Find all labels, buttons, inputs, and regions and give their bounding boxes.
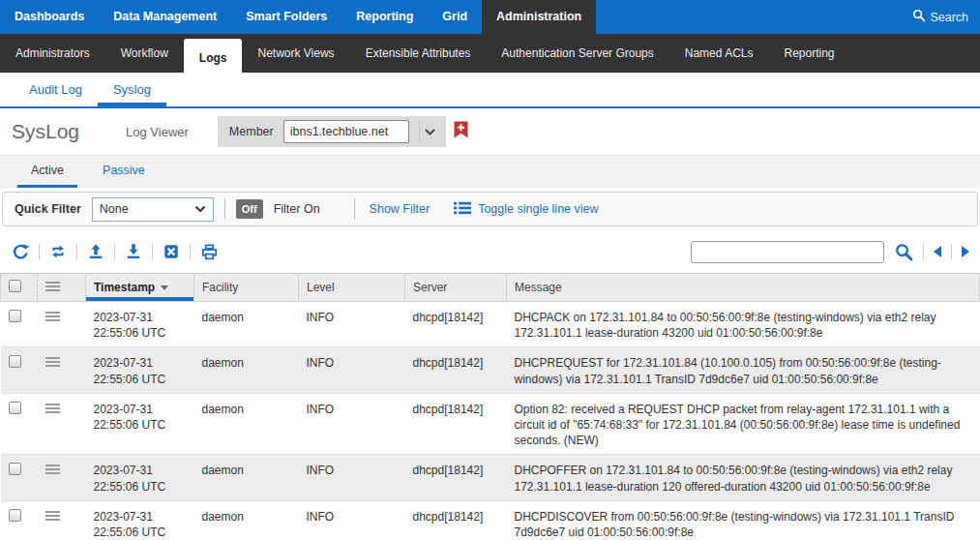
member-selector-group: Member ibns1.techblue.net [218, 116, 446, 147]
row-menu-icon[interactable] [45, 312, 60, 314]
previous-page-icon[interactable] [934, 246, 941, 257]
separator [354, 198, 355, 220]
table-row[interactable]: 2023-07-31 22:55:06 UTC daemon INFO dhcp… [1, 347, 980, 393]
table-row[interactable]: 2023-07-31 22:55:06 UTC daemon INFO dhcp… [1, 500, 980, 540]
header-menu-icon[interactable] [45, 282, 60, 284]
search-icon [912, 9, 926, 25]
cell-message: DHCPOFFER on 172.31.101.84 to 00:50:56:0… [507, 455, 980, 500]
row-menu-icon[interactable] [45, 511, 60, 513]
row-checkbox[interactable] [9, 463, 21, 475]
subnav-logs[interactable]: Logs [184, 39, 243, 82]
subnav-reporting[interactable]: Reporting [768, 34, 849, 73]
table-row[interactable]: 2023-07-31 22:55:06 UTC daemon INFO dhcp… [1, 455, 980, 500]
cell-level: INFO [299, 393, 405, 455]
cell-message: Option 82: received a REQUEST DHCP packe… [507, 393, 980, 455]
cell-timestamp: 2023-07-31 22:55:06 UTC [86, 393, 194, 455]
separator [224, 198, 225, 220]
sort-desc-icon [161, 285, 168, 290]
clear-syslog-icon[interactable] [162, 242, 181, 261]
row-menu-icon[interactable] [45, 404, 60, 405]
cell-facility: daemon [194, 347, 299, 393]
separator [76, 244, 77, 259]
syslog-toolbar [0, 230, 980, 273]
chevron-down-icon [194, 202, 206, 216]
filter-bar-wrapper: Quick Filter None Off Filter On Show Fil… [0, 188, 980, 230]
next-page-icon[interactable] [962, 246, 969, 257]
tab-audit-log[interactable]: Audit Log [14, 73, 98, 106]
nav-administration[interactable]: Administration [482, 0, 596, 34]
page-header: SysLog Log Viewer Member ibns1.techblue.… [0, 108, 980, 155]
cell-facility: daemon [194, 455, 299, 500]
cell-facility: daemon [194, 500, 299, 540]
nav-data-management[interactable]: Data Management [99, 0, 231, 34]
tab-passive[interactable]: Passive [89, 156, 159, 188]
tab-syslog[interactable]: Syslog [98, 73, 166, 106]
quick-filter-value: None [100, 202, 129, 216]
cell-timestamp: 2023-07-31 22:55:06 UTC [86, 347, 194, 393]
subnav-authentication-server-groups[interactable]: Authentication Server Groups [486, 34, 668, 73]
chevron-down-icon [424, 123, 436, 140]
cell-facility: daemon [194, 393, 299, 455]
nav-dashboards[interactable]: Dashboards [0, 0, 99, 34]
table-search-icon[interactable] [894, 242, 913, 261]
cell-facility: daemon [194, 302, 299, 347]
subnav-administrators[interactable]: Administrators [0, 34, 105, 73]
cell-server: dhcpd[18142] [405, 347, 507, 393]
cell-level: INFO [299, 455, 405, 500]
nav-grid[interactable]: Grid [428, 0, 482, 34]
subnav-extensible-attributes[interactable]: Extensible Attributes [350, 34, 487, 73]
subnav-network-views[interactable]: Network Views [242, 34, 349, 73]
cell-level: INFO [299, 302, 405, 347]
upload-icon[interactable] [86, 242, 105, 261]
row-checkbox[interactable] [9, 355, 21, 368]
cell-timestamp: 2023-07-31 22:55:06 UTC [86, 500, 194, 540]
cell-message: DHCPACK on 172.31.101.84 to 00:50:56:00:… [507, 302, 980, 347]
download-icon[interactable] [124, 242, 143, 261]
table-header-row: Timestamp Facility Level Server Message [1, 274, 980, 302]
nav-smart-folders[interactable]: Smart Folders [231, 0, 342, 34]
table-row[interactable]: 2023-07-31 22:55:06 UTC daemon INFO dhcp… [1, 302, 980, 347]
toggle-single-line-label: Toggle single line view [478, 202, 598, 216]
cell-level: INFO [299, 500, 405, 540]
syslog-table: Timestamp Facility Level Server Message … [0, 273, 980, 540]
row-checkbox[interactable] [9, 402, 21, 414]
table-row[interactable]: 2023-07-31 22:55:06 UTC daemon INFO dhcp… [1, 393, 980, 455]
quick-filter-bar: Quick Filter None Off Filter On Show Fil… [2, 192, 978, 226]
row-menu-icon[interactable] [45, 357, 60, 359]
row-checkbox[interactable] [9, 310, 21, 322]
global-search[interactable]: Search [912, 0, 980, 34]
member-select[interactable]: ibns1.techblue.net [283, 120, 409, 143]
quick-filter-select[interactable]: None [92, 197, 214, 222]
admin-sub-nav: Administrators Workflow Logs Network Vie… [0, 34, 980, 73]
cell-timestamp: 2023-07-31 22:55:06 UTC [86, 455, 194, 500]
subnav-named-acls[interactable]: Named ACLs [669, 34, 769, 73]
table-search-group [691, 241, 969, 263]
refresh-icon[interactable] [11, 242, 30, 261]
separator [114, 244, 115, 259]
cell-server: dhcpd[18142] [405, 500, 507, 540]
tab-active[interactable]: Active [17, 156, 77, 188]
print-icon[interactable] [199, 242, 219, 261]
add-bookmark-button[interactable] [454, 121, 468, 142]
column-header-level[interactable]: Level [299, 274, 405, 302]
separator [39, 244, 40, 259]
toggle-single-line-view[interactable]: Toggle single line view [454, 201, 598, 218]
filter-off-toggle[interactable]: Off [236, 199, 263, 219]
column-header-server[interactable]: Server [405, 274, 507, 302]
column-header-facility[interactable]: Facility [194, 274, 299, 302]
member-chevron-button[interactable] [419, 120, 440, 143]
filter-on-label: Filter On [274, 202, 320, 216]
column-header-timestamp[interactable]: Timestamp [86, 274, 194, 302]
row-checkbox[interactable] [9, 509, 21, 522]
table-search-input[interactable] [691, 241, 884, 263]
row-menu-icon[interactable] [45, 465, 60, 466]
follow-arrows-icon[interactable] [48, 242, 68, 261]
show-filter-link[interactable]: Show Filter [370, 202, 431, 216]
column-header-message[interactable]: Message [507, 274, 980, 302]
select-all-checkbox[interactable] [9, 280, 21, 292]
log-type-tabs: Audit Log Syslog [0, 73, 980, 108]
subnav-workflow[interactable]: Workflow [105, 34, 184, 73]
cell-server: dhcpd[18142] [405, 455, 507, 500]
nav-reporting[interactable]: Reporting [342, 0, 428, 34]
quick-filter-label: Quick Filter [15, 202, 81, 216]
